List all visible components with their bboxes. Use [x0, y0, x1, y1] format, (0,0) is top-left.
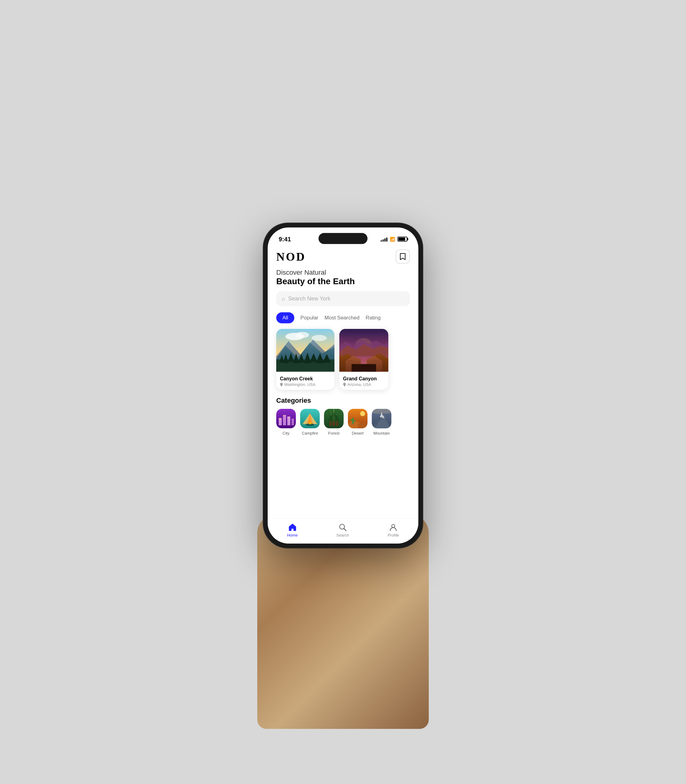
search-bar[interactable]: ⌕ Search New York: [276, 291, 410, 306]
featured-cards: Canyon Creek Washington, USA: [276, 329, 410, 390]
status-time: 9:41: [279, 235, 291, 243]
campfire-label: Campfire: [302, 431, 318, 436]
grand-canyon-info: Grand Canyon Arizona, USA: [339, 373, 388, 390]
location-icon: [280, 382, 283, 386]
grand-canyon-image: [339, 329, 388, 372]
svg-rect-61: [350, 419, 352, 420]
canyon-creek-image: [276, 329, 335, 372]
bookmark-button[interactable]: [396, 250, 410, 264]
svg-rect-38: [289, 417, 290, 418]
svg-rect-53: [336, 421, 338, 426]
home-label: Home: [287, 533, 298, 537]
svg-rect-34: [279, 420, 280, 420]
nav-search[interactable]: Search: [336, 523, 349, 537]
category-mountain[interactable]: Mountain: [372, 409, 391, 436]
nav-profile[interactable]: Profile: [388, 523, 399, 537]
svg-point-3: [312, 335, 327, 341]
svg-rect-28: [279, 418, 282, 425]
svg-rect-33: [281, 419, 281, 419]
search-icon: ⌕: [282, 296, 285, 302]
hero-title: Beauty of the Earth: [276, 276, 410, 286]
categories-title: Categories: [276, 397, 410, 405]
search-label: Search: [336, 533, 349, 537]
phone-screen: 9:41 📶 NOD: [268, 227, 418, 544]
campfire-image: [300, 409, 320, 428]
filter-tab-rating[interactable]: Rating: [366, 312, 381, 323]
mountain-label: Mountain: [373, 431, 390, 436]
status-icons: 📶: [381, 237, 407, 242]
battery-icon: [397, 237, 407, 242]
phone: 9:41 📶 NOD: [263, 223, 423, 548]
svg-point-2: [296, 332, 309, 338]
home-icon: [288, 523, 297, 532]
svg-rect-31: [292, 419, 294, 425]
app-logo: NOD: [276, 250, 305, 263]
categories-row: City: [276, 409, 410, 436]
svg-rect-60: [352, 418, 354, 424]
card-grand-canyon[interactable]: Grand Canyon Arizona, USA: [339, 329, 388, 390]
svg-rect-35: [284, 416, 284, 416]
categories-section: Categories: [276, 397, 410, 518]
scene: 9:41 📶 NOD: [0, 0, 686, 784]
svg-rect-24: [351, 364, 376, 372]
filter-tab-most-searched[interactable]: Most Searched: [325, 312, 359, 323]
wifi-icon: 📶: [390, 237, 395, 242]
svg-line-70: [344, 529, 346, 531]
app-header: NOD: [276, 246, 410, 266]
svg-rect-29: [283, 415, 286, 425]
svg-rect-52: [330, 421, 332, 426]
category-forest[interactable]: Forest: [324, 409, 344, 436]
svg-point-71: [392, 524, 395, 528]
forest-label: Forest: [328, 431, 340, 436]
svg-rect-30: [287, 416, 290, 425]
canyon-creek-info: Canyon Creek Washington, USA: [276, 373, 335, 390]
bottom-nav: Home Search Profile: [268, 518, 418, 544]
nav-home[interactable]: Home: [287, 523, 298, 537]
svg-rect-37: [288, 417, 289, 418]
city-label: City: [283, 431, 289, 436]
grand-canyon-name: Grand Canyon: [343, 376, 385, 382]
profile-icon: [389, 523, 397, 532]
app-content: NOD Discover Natural Beauty of the Earth…: [268, 246, 418, 518]
profile-label: Profile: [388, 533, 399, 537]
signal-icon: [381, 237, 387, 242]
filter-tabs: All Popular Most Searched Rating: [276, 312, 410, 323]
category-city[interactable]: City: [276, 409, 296, 436]
desert-label: Desert: [352, 431, 364, 436]
location-icon-2: [343, 382, 346, 386]
filter-tab-popular[interactable]: Popular: [301, 312, 318, 323]
canyon-creek-name: Canyon Creek: [280, 376, 331, 382]
hero-text: Discover Natural Beauty of the Earth: [276, 266, 410, 291]
svg-rect-62: [354, 420, 356, 421]
svg-rect-51: [333, 421, 335, 426]
bookmark-icon: [399, 253, 406, 261]
category-desert[interactable]: Desert: [348, 409, 368, 436]
search-placeholder: Search New York: [288, 296, 330, 302]
svg-rect-68: [372, 409, 391, 414]
forest-image: [324, 409, 344, 428]
svg-rect-32: [279, 419, 280, 419]
city-image: [276, 409, 296, 428]
svg-rect-36: [285, 416, 286, 416]
grand-canyon-location: Arizona, USA: [343, 382, 385, 387]
mountain-image: [372, 409, 391, 428]
search-nav-icon: [338, 523, 347, 532]
svg-point-57: [360, 411, 365, 416]
canyon-creek-location: Washington, USA: [280, 382, 331, 387]
category-campfire[interactable]: Campfire: [300, 409, 320, 436]
desert-image: [348, 409, 368, 428]
dynamic-island: [318, 233, 368, 244]
hero-subtitle: Discover Natural: [276, 269, 410, 276]
filter-tab-all[interactable]: All: [276, 312, 294, 323]
card-canyon-creek[interactable]: Canyon Creek Washington, USA: [276, 329, 335, 390]
